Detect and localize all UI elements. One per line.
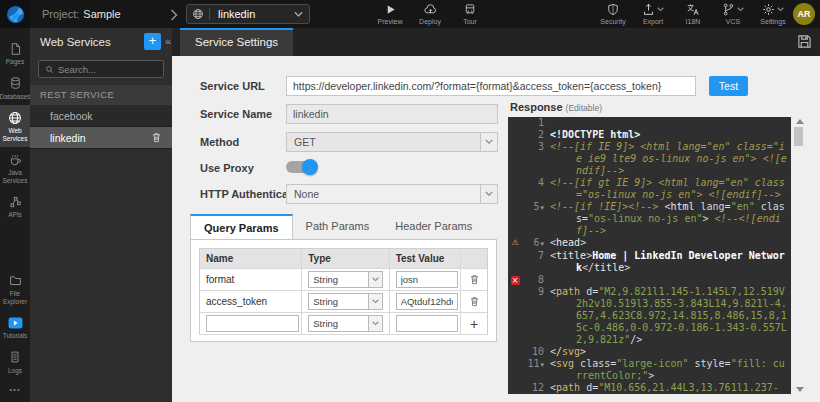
scroll-down-arrow[interactable]	[796, 387, 804, 392]
topbar-right-i18n-button[interactable]: I18N	[680, 2, 706, 25]
chevron-down-icon	[480, 133, 497, 151]
code-text: <!--[if gt IE 9]> <html lang="en" class=…	[550, 177, 790, 201]
topbar-left-tour-label: Tour	[463, 18, 477, 25]
params-table-container: NameTypeTest ValueformatStringaccess_tok…	[190, 239, 497, 342]
scrollbar-thumb[interactable]	[794, 127, 803, 146]
sidebar-item-tutorials[interactable]: Tutorials	[0, 310, 30, 345]
service-name: facebook	[50, 110, 162, 122]
param-type-select[interactable]: String	[308, 271, 382, 288]
test-button[interactable]: Test	[709, 76, 748, 96]
code-line: 3<!--[if IE 9]> <html lang="en" class="i…	[508, 141, 791, 177]
chevron-down-icon	[368, 316, 382, 331]
column-header: Test Value	[390, 249, 462, 268]
service-url-label: Service URL	[200, 80, 265, 92]
param-test-value-input[interactable]	[396, 271, 458, 288]
service-selector-value: linkedin	[218, 8, 294, 20]
param-type-select[interactable]: String	[308, 293, 382, 310]
add-param-button[interactable]: +	[470, 317, 478, 331]
code-text: <path d="M10.656,21.44L3,13.761l1.237-1.…	[550, 382, 790, 394]
params-tabs: Query ParamsPath ParamsHeader Params	[190, 214, 485, 238]
response-code-editor[interactable]: 12<!DOCTYPE html>3<!--[if IE 9]> <html l…	[508, 117, 791, 394]
trash-icon[interactable]	[151, 131, 162, 144]
chevron-down-icon	[480, 185, 497, 203]
bus-icon	[464, 3, 476, 16]
sidebar-item-label: Databases	[0, 93, 31, 101]
sidebar-item-label: Tutorials	[3, 332, 28, 340]
avatar[interactable]: AR	[793, 3, 815, 25]
fold-marker-icon[interactable]: ▾	[540, 240, 544, 248]
scroll-up-arrow[interactable]	[796, 119, 804, 124]
caret-down-icon	[777, 7, 784, 12]
topbar-right-security-button[interactable]: Security	[600, 2, 626, 25]
search-input[interactable]	[58, 64, 158, 75]
code-gutter	[508, 117, 522, 129]
sidebar-item-web-services[interactable]: Web Services	[0, 105, 30, 147]
line-number: 3	[522, 141, 544, 177]
param-new-row: String+	[200, 313, 487, 335]
code-gutter	[508, 141, 522, 177]
app-window: Project: Sample linkedin PreviewDeployTo…	[0, 0, 820, 402]
branch-icon-wrap	[722, 2, 744, 16]
code-text: <!--[if !IE]><!--> <html lang="en" class…	[550, 201, 790, 237]
service-selector-dropdown[interactable]: linkedin	[186, 4, 310, 24]
tab-service-settings[interactable]: Service Settings	[180, 28, 293, 56]
param-type-cell: String	[302, 269, 389, 290]
service-name-input[interactable]	[286, 104, 498, 124]
sidebar-item-pages[interactable]: Pages	[0, 36, 30, 71]
topbar-left-deploy-button[interactable]: Deploy	[417, 2, 443, 25]
new-param-name-input[interactable]	[206, 315, 299, 332]
param-test-value-input[interactable]	[396, 293, 458, 310]
service-url-input[interactable]	[286, 76, 696, 96]
code-gutter	[508, 382, 522, 394]
topbar-right-settings-button[interactable]: Settings	[760, 2, 786, 25]
topbar-left-deploy-label: Deploy	[419, 18, 441, 25]
line-number: 9	[522, 286, 544, 346]
code-gutter	[508, 346, 522, 358]
param-type-select[interactable]: String	[308, 315, 382, 332]
sidebar-item-label: Pages	[6, 58, 24, 66]
trash-icon[interactable]	[469, 273, 480, 286]
add-service-button[interactable]: +	[144, 33, 161, 50]
left-icon-rail: PagesDatabasesWeb ServicesJava ServicesA…	[0, 28, 30, 402]
editor-tab-bar: Service Settings	[172, 28, 820, 56]
sidebar-item-apis[interactable]: APIs	[0, 189, 30, 224]
http-authentication-select[interactable]: None	[286, 184, 498, 204]
fold-marker-icon[interactable]: ▾	[540, 204, 544, 212]
service-list-item-facebook[interactable]: facebook	[30, 105, 172, 127]
topbar-right-vcs-button[interactable]: VCS	[720, 2, 746, 25]
save-icon[interactable]	[797, 34, 812, 49]
method-value: GET	[287, 136, 480, 148]
app-logo[interactable]	[0, 0, 30, 28]
param-name: access_token	[200, 291, 302, 312]
fold-marker-icon[interactable]: ▾	[540, 361, 544, 369]
sidebar-item-java-services[interactable]: Java Services	[0, 147, 30, 189]
new-param-test-value-cell	[390, 313, 462, 334]
service-list-item-linkedin[interactable]: linkedin	[30, 127, 172, 149]
tab-path-params[interactable]: Path Params	[293, 214, 383, 238]
code-text	[550, 274, 790, 286]
trash-icon[interactable]	[469, 295, 480, 308]
method-select[interactable]: GET	[286, 132, 498, 152]
tab-query-params[interactable]: Query Params	[190, 214, 293, 239]
database-icon	[9, 76, 22, 91]
code-gutter	[508, 358, 522, 382]
page-icon	[9, 41, 22, 56]
code-line: 12<path d="M10.656,21.44L3,13.761l1.237-…	[508, 382, 791, 394]
use-proxy-toggle[interactable]	[286, 161, 316, 173]
topbar-left-preview-button[interactable]: Preview	[377, 2, 403, 25]
tutorial-play-icon	[8, 315, 23, 330]
translate-icon-wrap	[686, 2, 700, 16]
tab-header-params[interactable]: Header Params	[382, 214, 485, 238]
topbar-right-export-button[interactable]: Export	[640, 2, 666, 25]
chevron-down-icon	[294, 11, 303, 18]
sidebar-item-databases[interactable]: Databases	[0, 71, 30, 106]
sidebar-item-logs[interactable]: Logs	[0, 345, 30, 380]
sidebar-item-file-explorer[interactable]: File Explorer	[0, 268, 30, 310]
service-search-box[interactable]	[38, 60, 164, 78]
collapse-panel-button[interactable]: «	[165, 35, 171, 47]
new-param-test-value-input[interactable]	[396, 315, 458, 332]
line-number: 7	[522, 250, 544, 274]
more-menu-button[interactable]: •••	[0, 379, 30, 402]
topbar-left-tour-button[interactable]: Tour	[457, 2, 483, 25]
topbar-right-security-label: Security	[600, 18, 625, 25]
